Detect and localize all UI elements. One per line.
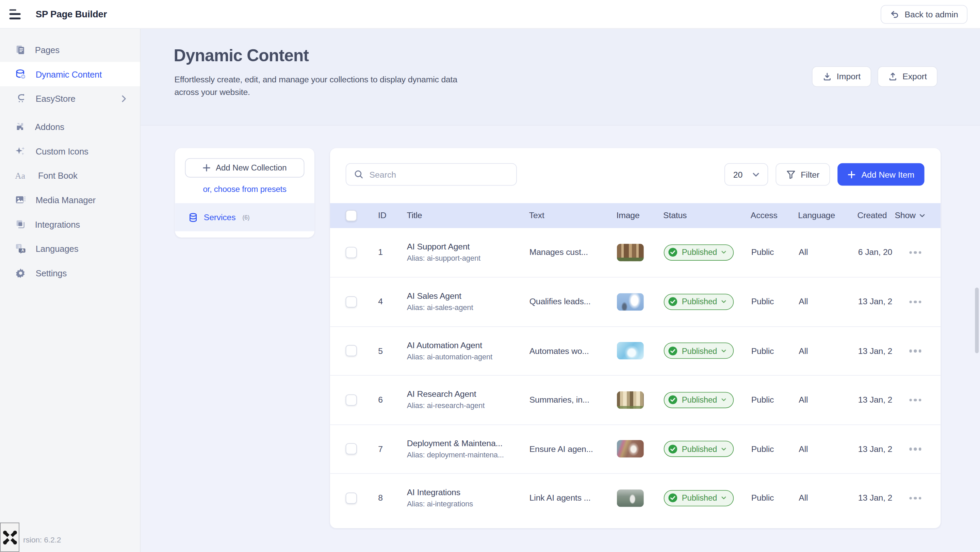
- status-badge[interactable]: Published: [664, 244, 734, 261]
- row-access: Public: [751, 493, 799, 503]
- add-new-item-button[interactable]: Add New Item: [838, 163, 924, 186]
- add-new-collection-button[interactable]: Add New Collection: [185, 158, 305, 178]
- import-button[interactable]: Import: [811, 66, 871, 87]
- sidebar-item-label: Languages: [36, 243, 79, 253]
- row-created: 13 Jan, 2: [858, 493, 896, 503]
- sidebar-item-label: EasyStore: [36, 94, 76, 103]
- status-badge[interactable]: Published: [664, 343, 734, 359]
- row-checkbox[interactable]: [346, 444, 357, 455]
- svg-text:文: 文: [18, 245, 21, 248]
- header-language[interactable]: Language: [798, 211, 857, 220]
- row-alias: Alias: deployment-maintena...: [407, 450, 530, 460]
- row-title[interactable]: AI Integrations: [407, 488, 530, 497]
- collection-item-services[interactable]: Services (6): [175, 203, 314, 231]
- header-status[interactable]: Status: [663, 211, 751, 220]
- search-box[interactable]: [346, 163, 517, 186]
- row-actions-menu[interactable]: [909, 251, 925, 253]
- row-title[interactable]: AI Automation Agent: [407, 340, 530, 350]
- header-text[interactable]: Text: [529, 211, 617, 220]
- status-label: Published: [682, 297, 717, 307]
- sidebar-item-settings[interactable]: Settings: [0, 261, 140, 285]
- sidebar-item-integrations[interactable]: Integrations: [0, 212, 140, 237]
- table-toolbar: 20 Filter: [330, 148, 940, 203]
- row-thumbnail-image[interactable]: [617, 244, 644, 261]
- sidebar-item-easystore[interactable]: EasyStore: [0, 86, 140, 111]
- app-window: SP Page Builder Back to admin Pages: [0, 0, 980, 552]
- row-thumbnail-image[interactable]: [617, 293, 644, 310]
- row-checkbox[interactable]: [346, 395, 357, 406]
- header-show[interactable]: Show: [894, 211, 925, 220]
- joomla-logo-badge[interactable]: [0, 523, 19, 552]
- row-alias: Alias: ai-automation-agent: [407, 352, 530, 361]
- plus-icon: [203, 164, 211, 172]
- sidebar-item-label: Pages: [35, 45, 60, 54]
- row-created: 13 Jan, 2: [858, 395, 896, 405]
- chevron-down-icon: [753, 172, 759, 177]
- add-item-label: Add New Item: [861, 170, 914, 179]
- row-title[interactable]: AI Sales Agent: [407, 291, 530, 301]
- status-badge[interactable]: Published: [664, 392, 734, 408]
- row-actions-menu[interactable]: [909, 399, 925, 401]
- row-id: 1: [378, 248, 407, 257]
- row-access: Public: [751, 346, 799, 356]
- row-actions-menu[interactable]: [909, 496, 925, 499]
- sidebar-item-pages[interactable]: Pages: [0, 37, 140, 62]
- status-badge[interactable]: Published: [664, 294, 734, 310]
- check-circle-icon: [668, 444, 678, 453]
- sidebar-item-dynamic-content[interactable]: Dynamic Content: [0, 62, 140, 86]
- upload-icon: [888, 72, 898, 81]
- show-label: Show: [894, 211, 915, 220]
- chevron-down-icon: [721, 251, 727, 254]
- sidebar-item-addons[interactable]: Addons: [0, 115, 140, 139]
- topbar: SP Page Builder Back to admin: [0, 0, 980, 29]
- check-circle-icon: [668, 395, 678, 405]
- sidebar-item-font-book[interactable]: Aa Font Book: [0, 163, 140, 188]
- filter-button[interactable]: Filter: [776, 163, 830, 186]
- table-row: 5 AI Automation Agent Alias: ai-automati…: [330, 326, 940, 375]
- row-id: 4: [378, 297, 407, 307]
- row-actions-menu[interactable]: [909, 301, 925, 303]
- row-checkbox[interactable]: [346, 345, 357, 356]
- sparkle-icon: [15, 145, 26, 157]
- row-title[interactable]: AI Research Agent: [407, 390, 530, 399]
- row-title[interactable]: Deployment & Maintena...: [407, 439, 530, 448]
- row-id: 6: [378, 395, 407, 405]
- page-size-select[interactable]: 20: [724, 163, 768, 186]
- row-thumbnail-image[interactable]: [617, 342, 644, 360]
- row-language: All: [799, 297, 858, 307]
- sidebar-item-languages[interactable]: 文A Languages: [0, 236, 140, 261]
- row-actions-menu[interactable]: [909, 350, 925, 352]
- row-thumbnail-image[interactable]: [617, 489, 644, 507]
- status-badge[interactable]: Published: [664, 441, 734, 457]
- row-checkbox[interactable]: [346, 296, 357, 307]
- app-title: SP Page Builder: [36, 9, 107, 19]
- row-actions-menu[interactable]: [909, 447, 925, 450]
- header-id[interactable]: ID: [378, 211, 407, 220]
- header-image: Image: [617, 211, 663, 220]
- chevron-down-icon: [721, 349, 727, 352]
- row-created: 13 Jan, 2: [858, 346, 896, 356]
- header-access[interactable]: Access: [751, 211, 798, 220]
- check-circle-icon: [668, 346, 678, 356]
- select-all-checkbox[interactable]: [346, 210, 357, 221]
- row-thumbnail-image[interactable]: [617, 441, 644, 458]
- search-input[interactable]: [369, 170, 509, 179]
- scrollbar-thumb[interactable]: [975, 288, 978, 353]
- sidebar-item-media-manager[interactable]: Media Manager: [0, 188, 140, 212]
- row-checkbox[interactable]: [346, 247, 357, 258]
- row-text: Summaries, in...: [530, 395, 617, 405]
- status-badge[interactable]: Published: [664, 490, 734, 506]
- page-size-value: 20: [733, 170, 743, 179]
- header-created[interactable]: Created: [857, 211, 894, 220]
- back-to-admin-button[interactable]: Back to admin: [881, 5, 967, 24]
- row-title[interactable]: AI Support Agent: [407, 242, 530, 251]
- header-title[interactable]: Title: [407, 211, 529, 220]
- row-thumbnail-image[interactable]: [617, 391, 644, 408]
- hamburger-menu-icon[interactable]: [10, 9, 22, 19]
- choose-presets-link[interactable]: or, choose from presets: [175, 185, 314, 194]
- sidebar: Pages Dynamic Content EasyStore: [0, 29, 140, 552]
- sidebar-item-custom-icons[interactable]: Custom Icons: [0, 139, 140, 163]
- row-text: Manages cust...: [530, 248, 617, 257]
- row-checkbox[interactable]: [346, 492, 357, 504]
- export-button[interactable]: Export: [878, 66, 937, 87]
